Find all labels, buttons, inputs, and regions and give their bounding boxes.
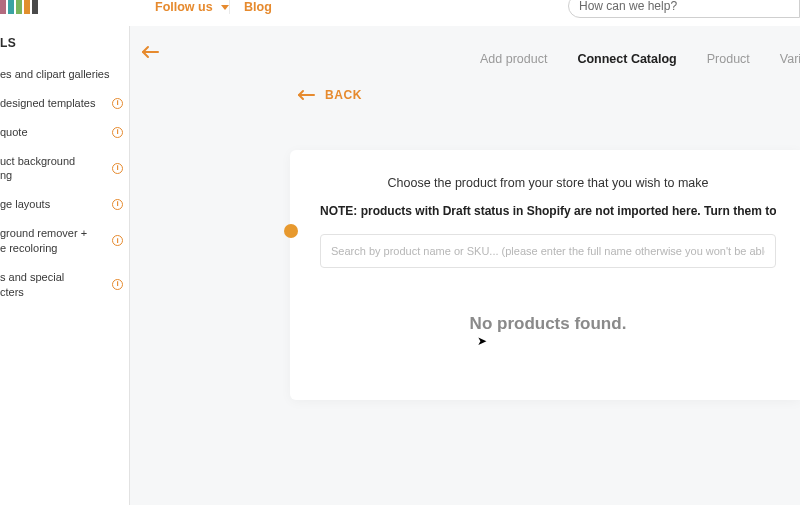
arrow-left-icon	[141, 45, 159, 59]
info-icon[interactable]: i	[112, 279, 123, 290]
product-search-input[interactable]	[320, 234, 776, 268]
blog-label: Blog	[244, 0, 272, 14]
info-icon[interactable]: i	[112, 127, 123, 138]
sidebar-item-label: uct background ng	[0, 154, 106, 184]
sidebar-item[interactable]: ge layoutsi	[0, 190, 129, 219]
help-search-input[interactable]	[579, 0, 789, 13]
top-bar: Follow us Blog	[0, 0, 800, 26]
sidebar-item[interactable]: s and special ctersi	[0, 263, 129, 307]
sidebar: LS es and clipart galleriesdesigned temp…	[0, 26, 130, 505]
follow-us-label: Follow us	[155, 0, 213, 14]
chevron-down-icon	[221, 5, 229, 10]
back-label: BACK	[325, 88, 362, 102]
sidebar-item-label: s and special cters	[0, 270, 106, 300]
follow-us-link[interactable]: Follow us	[155, 0, 229, 14]
sidebar-item[interactable]: uct background ngi	[0, 147, 129, 191]
app-logo	[0, 0, 38, 14]
sidebar-item[interactable]: designed templatesi	[0, 89, 129, 118]
vertical-separator	[229, 0, 230, 14]
back-button[interactable]: BACK	[297, 88, 362, 102]
info-icon[interactable]: i	[112, 163, 123, 174]
tab-variation[interactable]: Variatio	[780, 52, 800, 66]
panel-lead-text: Choose the product from your store that …	[320, 176, 776, 190]
connect-catalog-panel: Choose the product from your store that …	[290, 150, 800, 400]
sidebar-item-label: ground remover + e recoloring	[0, 226, 106, 256]
info-icon[interactable]: i	[112, 199, 123, 210]
panel-note-text: NOTE: products with Draft status in Shop…	[320, 204, 776, 218]
sidebar-item[interactable]: ground remover + e recoloringi	[0, 219, 129, 263]
info-icon[interactable]: i	[112, 98, 123, 109]
tab-product[interactable]: Product	[707, 52, 750, 66]
empty-state-message: No products found.	[320, 314, 776, 334]
info-icon[interactable]: i	[112, 235, 123, 246]
sidebar-item-label: ge layouts	[0, 197, 106, 212]
sidebar-item-label: es and clipart galleries	[0, 67, 123, 82]
sidebar-item-label: quote	[0, 125, 106, 140]
help-search-container	[568, 0, 800, 18]
sidebar-item[interactable]: quotei	[0, 118, 129, 147]
collapse-sidebar-button[interactable]	[138, 40, 162, 64]
blog-link[interactable]: Blog	[244, 0, 272, 14]
step-tabs: Add productConnect CatalogProductVariati…	[480, 52, 800, 66]
sidebar-section-title: LS	[0, 32, 129, 60]
tab-add-product[interactable]: Add product	[480, 52, 547, 66]
arrow-left-icon	[297, 89, 315, 101]
sidebar-item[interactable]: es and clipart galleries	[0, 60, 129, 89]
sidebar-item-label: designed templates	[0, 96, 106, 111]
status-dot-icon	[284, 224, 298, 238]
tab-connect-catalog[interactable]: Connect Catalog	[577, 52, 676, 66]
